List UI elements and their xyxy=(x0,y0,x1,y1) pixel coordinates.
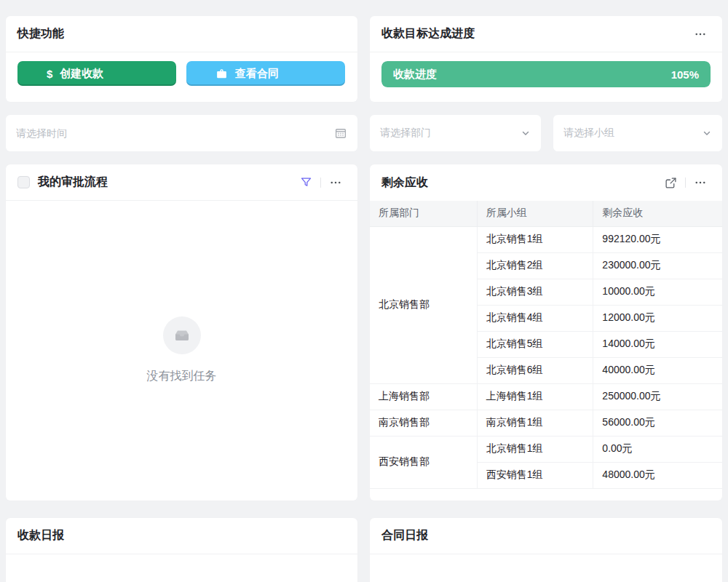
group-cell: 南京销售1组 xyxy=(477,410,593,436)
remaining-value-cell: 230000.00元 xyxy=(593,252,722,279)
divider xyxy=(320,178,321,188)
remaining-value-cell: 0.00元 xyxy=(593,436,722,462)
card-title: 剩余应收 xyxy=(381,175,428,191)
contract-daily-card: 合同日报 xyxy=(370,518,722,582)
col-header-department: 所属部门 xyxy=(370,201,477,226)
table-row: 西安销售部北京销售1组0.00元 xyxy=(370,436,722,462)
group-cell: 北京销售1组 xyxy=(477,226,593,252)
card-title: 我的审批流程 xyxy=(38,175,108,190)
create-payment-label: 创建收款 xyxy=(60,67,103,81)
more-icon[interactable] xyxy=(325,174,346,191)
time-picker-input[interactable] xyxy=(16,127,334,139)
progress-bar-value: 105% xyxy=(671,68,699,81)
contract-daily-header: 合同日报 xyxy=(370,518,722,554)
progress-bar: 收款进度 105% xyxy=(381,61,711,87)
chevron-down-icon xyxy=(702,128,712,138)
more-icon[interactable] xyxy=(690,174,711,191)
department-select[interactable]: 请选择部门 xyxy=(370,115,541,151)
chevron-down-icon xyxy=(521,128,531,138)
department-cell: 南京销售部 xyxy=(370,410,477,436)
department-cell: 西安销售部 xyxy=(370,436,477,488)
group-cell: 北京销售3组 xyxy=(477,279,593,305)
empty-state: 没有找到任务 xyxy=(6,201,357,500)
department-select-placeholder: 请选择部门 xyxy=(380,127,521,140)
approval-card-header: 我的审批流程 xyxy=(6,164,357,201)
receivable-card-header: 剩余应收 xyxy=(370,164,722,201)
card-title: 合同日报 xyxy=(381,528,428,543)
empty-inbox-icon xyxy=(163,316,201,354)
progress-track: 收款进度 105% xyxy=(381,61,711,87)
group-cell: 北京销售6组 xyxy=(477,357,593,383)
briefcase-icon xyxy=(215,68,228,80)
view-contract-button[interactable]: 查看合同 xyxy=(186,61,345,86)
progress-card: 收款目标达成进度 收款进度 105% xyxy=(370,16,722,102)
group-cell: 西安销售1组 xyxy=(477,462,593,488)
quick-actions-header: 快捷功能 xyxy=(6,16,357,52)
department-cell: 上海销售部 xyxy=(370,383,477,410)
view-contract-label: 查看合同 xyxy=(235,67,279,81)
remaining-value-cell: 992120.00元 xyxy=(593,226,722,252)
time-picker[interactable] xyxy=(6,115,357,151)
group-cell: 上海销售1组 xyxy=(477,383,593,410)
card-title: 收款日报 xyxy=(17,528,64,543)
remaining-value-cell: 56000.00元 xyxy=(593,410,722,436)
external-link-icon[interactable] xyxy=(660,174,681,191)
empty-state-text: 没有找到任务 xyxy=(147,369,217,384)
receivable-card: 剩余应收 所属部门 所属小组 xyxy=(370,164,722,501)
approval-card: 我的审批流程 没有找到任务 xyxy=(6,164,357,501)
create-payment-button[interactable]: $ 创建收款 xyxy=(17,61,176,86)
group-cell: 北京销售1组 xyxy=(477,436,593,462)
remaining-value-cell: 48000.00元 xyxy=(593,462,722,488)
approval-checkbox[interactable] xyxy=(17,176,30,188)
calendar-icon xyxy=(334,127,347,140)
remaining-value-cell: 40000.00元 xyxy=(593,357,722,383)
remaining-value-cell: 250000.00元 xyxy=(593,383,722,410)
payment-daily-card: 收款日报 xyxy=(6,518,357,582)
group-select[interactable]: 请选择小组 xyxy=(553,115,722,151)
progress-bar-label: 收款进度 xyxy=(393,68,437,81)
table-header-row: 所属部门 所属小组 剩余应收 xyxy=(370,201,722,226)
department-cell: 北京销售部 xyxy=(370,226,477,383)
dashboard: 快捷功能 $ 创建收款 查看合同 收款目标达成进度 xyxy=(0,0,728,582)
col-header-group: 所属小组 xyxy=(477,201,593,226)
group-cell: 北京销售5组 xyxy=(477,331,593,357)
table-row: 北京销售部北京销售1组992120.00元 xyxy=(370,226,722,252)
group-cell: 北京销售4组 xyxy=(477,305,593,331)
group-cell: 北京销售2组 xyxy=(477,252,593,279)
more-icon[interactable] xyxy=(690,25,711,43)
receivable-table-body: 北京销售部北京销售1组992120.00元北京销售2组230000.00元北京销… xyxy=(370,226,722,488)
card-title: 收款目标达成进度 xyxy=(381,26,475,41)
receivable-table: 所属部门 所属小组 剩余应收 北京销售部北京销售1组992120.00元北京销售… xyxy=(370,201,722,489)
card-title: 快捷功能 xyxy=(17,26,64,41)
remaining-value-cell: 10000.00元 xyxy=(593,279,722,305)
quick-actions-card: 快捷功能 $ 创建收款 查看合同 xyxy=(6,16,357,102)
table-row: 上海销售部上海销售1组250000.00元 xyxy=(370,383,722,410)
table-row: 南京销售部南京销售1组56000.00元 xyxy=(370,410,722,436)
remaining-value-cell: 14000.00元 xyxy=(593,331,722,357)
remaining-value-cell: 12000.00元 xyxy=(593,305,722,331)
group-select-placeholder: 请选择小组 xyxy=(563,127,702,140)
divider xyxy=(685,178,686,188)
quick-actions-body: $ 创建收款 查看合同 xyxy=(6,52,357,95)
filter-icon[interactable] xyxy=(296,174,316,191)
col-header-remaining: 剩余应收 xyxy=(593,201,722,226)
progress-card-header: 收款目标达成进度 xyxy=(370,16,722,52)
progress-bar-wrap: 收款进度 105% xyxy=(370,52,722,96)
payment-daily-header: 收款日报 xyxy=(6,518,357,554)
dollar-icon: $ xyxy=(47,68,52,80)
